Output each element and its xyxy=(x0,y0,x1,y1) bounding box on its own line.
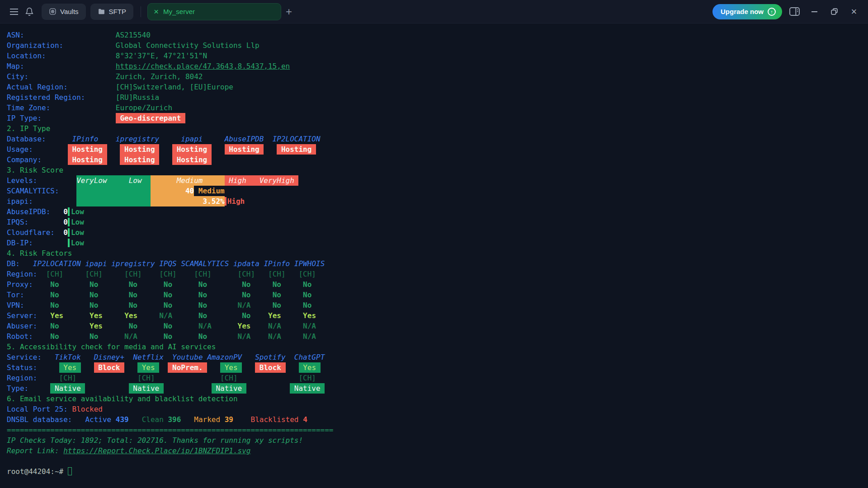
terminal-line: IP Checks Today: 1892; Total: 202716. Th… xyxy=(7,435,868,446)
terminal-text: No xyxy=(164,301,172,310)
terminal-line: Organization: Global Connectivity Soluti… xyxy=(7,40,868,51)
terminal-line: 4. Risk Factors xyxy=(7,248,868,258)
terminal-text: SCAMALYTICS: xyxy=(7,187,59,195)
terminal-cursor xyxy=(68,467,72,475)
close-button[interactable]: × xyxy=(846,4,862,19)
terminal-text: No xyxy=(129,301,137,310)
vaults-button[interactable]: Vaults xyxy=(42,4,86,20)
terminal-text: Blacklisted xyxy=(251,415,299,424)
vault-icon xyxy=(49,8,57,15)
terminal-line: DB-IP: Low xyxy=(7,238,868,248)
terminal-line: IP Type: Geo-discrepant xyxy=(7,113,868,123)
terminal-text: Medium xyxy=(151,175,225,186)
upgrade-button[interactable]: Upgrade now ↑ xyxy=(712,4,782,19)
terminal-text: TikTok xyxy=(55,353,81,361)
terminal-text: Marked xyxy=(194,415,220,424)
terminal-text: IPinfo xyxy=(264,259,290,268)
terminal-text: IP Type: xyxy=(7,114,42,122)
terminal-line: 5. Accessibility check for media and AI … xyxy=(7,342,868,352)
terminal-link[interactable]: https://check.place/47.3643,8.5437,15,en xyxy=(116,62,290,70)
sftp-label: SFTP xyxy=(109,8,126,15)
minimize-icon xyxy=(811,11,817,12)
terminal-text: 439 xyxy=(116,415,129,424)
terminal-text: Hosting xyxy=(277,144,316,155)
terminal-text: Yes xyxy=(268,311,281,320)
terminal-text: 3. Risk Score xyxy=(7,166,63,174)
terminal-text: Tor: xyxy=(7,291,24,299)
terminal-line: root@44204:~# xyxy=(7,466,868,477)
terminal-line: ASN: AS215540 xyxy=(7,30,868,40)
terminal-text: No xyxy=(164,280,172,289)
terminal-text: 6. Email service availability and blackl… xyxy=(7,394,238,403)
close-tab-icon[interactable]: × xyxy=(154,7,159,16)
terminal-text: ipapi: xyxy=(7,197,33,206)
terminal-text: Cloudflare: xyxy=(7,228,55,237)
score-bar-tick xyxy=(68,207,70,216)
terminal-text: Active xyxy=(85,415,111,424)
hamburger-icon xyxy=(10,11,18,12)
terminal-text: DB: xyxy=(7,259,20,268)
menu-button[interactable] xyxy=(6,4,22,19)
terminal-text: IPWHOIS xyxy=(294,259,325,268)
notifications-button[interactable] xyxy=(22,4,37,19)
terminal-text: No xyxy=(198,332,207,341)
terminal-text: Hosting xyxy=(172,155,212,165)
terminal-text: Yes xyxy=(299,362,321,373)
terminal-text: 5. Accessibility check for media and AI … xyxy=(7,343,216,351)
terminal-text: 0 xyxy=(63,218,68,226)
terminal-text: N/A xyxy=(198,322,212,330)
terminal-line: Usage: Hosting Hosting Hosting Hosting H… xyxy=(7,144,868,155)
terminal-line: ========================================… xyxy=(7,425,868,435)
sftp-button[interactable]: SFTP xyxy=(90,4,133,20)
terminal-text: Actual Region: xyxy=(7,83,68,91)
terminal-line: Map: https://check.place/47.3643,8.5437,… xyxy=(7,61,868,71)
terminal-text: Company: xyxy=(7,155,42,164)
terminal-line: 2. IP Type xyxy=(7,123,868,134)
terminal-text: [CH] xyxy=(298,270,316,278)
maximize-button[interactable] xyxy=(826,4,842,19)
terminal-text: 4. Risk Factors xyxy=(7,249,72,258)
terminal-line: 3. Risk Score xyxy=(7,165,868,175)
minimize-button[interactable] xyxy=(807,4,822,19)
terminal-text: [CH] xyxy=(124,270,142,278)
terminal-text: N/A xyxy=(159,311,172,320)
terminal-text: No xyxy=(198,291,207,299)
terminal-text: Block xyxy=(255,362,285,373)
terminal-text: No xyxy=(50,332,59,341)
terminal-text: Netflix xyxy=(133,353,163,361)
terminal-text: 8°32'37"E, 47°21'51"N xyxy=(116,52,207,60)
terminal-text: No xyxy=(50,291,59,299)
terminal-text: Local Port 25: xyxy=(7,405,68,413)
terminal-text: No xyxy=(164,322,172,330)
terminal-text: No xyxy=(273,301,281,310)
sidebar-toggle-button[interactable] xyxy=(787,4,802,19)
terminal-line: Type: Native Native Native Native xyxy=(7,383,868,394)
new-tab-button[interactable]: + xyxy=(286,6,292,17)
terminal-link[interactable]: https://Report.Check.Place/ip/1BNZFDIP1.… xyxy=(63,446,250,455)
tab-my-server[interactable]: × My_server xyxy=(147,3,281,20)
terminal-line: SCAMALYTICS: 40 Medium xyxy=(7,186,868,196)
terminal-text: Hosting xyxy=(68,144,107,155)
terminal-text: N/A xyxy=(268,332,281,341)
terminal-text: ipapi xyxy=(181,135,203,143)
terminal-line: AbuseIPDB: 0Low xyxy=(7,206,868,217)
terminal-text: Europe/Zurich xyxy=(116,103,172,112)
terminal-text: Low xyxy=(71,218,84,226)
terminal-text: Map: xyxy=(7,62,24,70)
restore-icon xyxy=(830,8,838,15)
terminal-text: Disney+ xyxy=(94,353,124,361)
terminal-text: No xyxy=(273,291,281,299)
terminal-text: Region: xyxy=(7,374,37,382)
score-bar-tick xyxy=(225,197,226,206)
terminal-output[interactable]: ASN: AS215540Organization: Global Connec… xyxy=(0,24,868,488)
terminal-line: 6. Email service availability and blackl… xyxy=(7,394,868,404)
terminal-line: Levels: VeryLow Low Medium High VeryHigh xyxy=(7,175,868,186)
terminal-text: [CH] xyxy=(159,270,177,278)
terminal-line: Robot: No No N/A No No N/A N/A N/A xyxy=(7,331,868,342)
terminal-text: No xyxy=(242,280,250,289)
tab-title: My_server xyxy=(163,8,195,15)
topbar: Vaults SFTP × My_server + Upgrade now ↑ … xyxy=(0,0,868,23)
terminal-text: Organization: xyxy=(7,41,63,50)
terminal-text: No xyxy=(129,280,137,289)
terminal-text: Global Connectivity Solutions Llp xyxy=(116,41,259,50)
